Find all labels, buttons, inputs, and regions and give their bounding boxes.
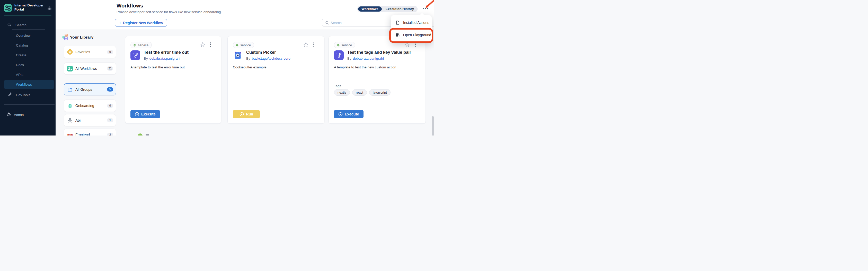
author-link[interactable]: debabrata.panigrahi xyxy=(150,57,180,60)
library-item-frontend[interactable]: npm Frontend 3 xyxy=(64,129,116,135)
wrench-icon xyxy=(8,92,12,97)
sidebar-item-workflows-label: Workflows xyxy=(16,80,32,89)
count-badge: 1 xyxy=(107,118,113,123)
library-item-api[interactable]: Api 1 xyxy=(64,114,116,126)
plus-icon: + xyxy=(119,21,121,25)
library-item-all-workflows[interactable]: All Workflows 21 xyxy=(64,63,116,74)
template-icon xyxy=(130,50,140,60)
menu-item-installed-actions[interactable]: Installed Actions xyxy=(391,17,432,28)
tags-row: nextjs react javascript xyxy=(334,89,391,96)
app-logo xyxy=(4,4,12,12)
library-item-label: Api xyxy=(75,118,81,123)
play-icon xyxy=(338,112,343,116)
gear-icon xyxy=(133,43,136,47)
library-icon xyxy=(396,33,400,37)
author-link[interactable]: backstage/techdocs-core xyxy=(252,57,290,60)
kind-chip: service xyxy=(233,42,254,48)
card-title: Test the error time out xyxy=(144,50,189,55)
file-icon xyxy=(396,21,400,25)
search-icon xyxy=(325,21,329,25)
kind-chip: service xyxy=(334,42,355,48)
sidebar-item-admin[interactable]: Admin xyxy=(14,112,24,117)
favorite-star-icon[interactable] xyxy=(404,42,410,47)
sidebar-item-search[interactable]: Search xyxy=(16,23,27,28)
by-label: By xyxy=(347,57,351,60)
sitemap-icon xyxy=(67,118,73,123)
workflow-card: service Test the tags and key value pair… xyxy=(329,36,426,124)
layers-icon xyxy=(67,103,73,108)
execute-button[interactable]: Execute xyxy=(334,110,364,118)
sidebar-item-docs[interactable]: Docs xyxy=(16,63,24,68)
kind-chip-label: service xyxy=(240,43,251,47)
divider xyxy=(12,29,45,30)
workflow-logo-icon xyxy=(4,4,12,12)
folder-icon xyxy=(67,87,73,92)
workflow-search-box xyxy=(322,19,394,27)
workflow-search-input[interactable] xyxy=(331,19,392,26)
workflow-card: service Custom Picker Bybackstage/techdo… xyxy=(227,36,324,124)
tag-pill[interactable]: react xyxy=(352,89,367,96)
gear-icon xyxy=(337,43,340,47)
card-menu-icon[interactable] xyxy=(209,41,212,48)
library-item-label: Favorites xyxy=(75,50,90,54)
favorite-star-icon[interactable] xyxy=(303,42,309,47)
card-description: A template to test the new custom action xyxy=(334,65,396,69)
page-subtitle: Provide developer self-service for flows… xyxy=(117,10,222,14)
card-description: Cookiecutter example xyxy=(233,65,267,69)
author-link[interactable]: debabrata.panigrahi xyxy=(353,57,384,60)
view-toggle: Workflows Execution History xyxy=(357,6,417,12)
library-item-label: Onboarding xyxy=(75,104,94,108)
app-sidebar: Internal Developer Portal Search Overvie… xyxy=(0,0,56,135)
sidebar-item-workflows[interactable]: Workflows xyxy=(4,80,54,89)
library-item-onboarding[interactable]: Onboarding 0 xyxy=(64,100,116,112)
execute-button[interactable]: Execute xyxy=(130,110,160,118)
divider xyxy=(120,30,120,135)
count-badge: 0 xyxy=(107,50,113,54)
card-description: A template to test the error time out xyxy=(130,65,185,69)
tag-pill[interactable]: nextjs xyxy=(334,89,350,96)
count-badge: 5 xyxy=(107,87,113,92)
by-label: By xyxy=(246,57,250,60)
gear-icon xyxy=(7,112,11,116)
star-circle-icon xyxy=(67,49,73,55)
sidebar-item-apis[interactable]: APIs xyxy=(16,72,23,77)
kind-chip: service xyxy=(130,42,152,48)
kind-chip-label: service xyxy=(138,43,149,47)
count-badge: 3 xyxy=(107,133,113,136)
play-icon xyxy=(240,112,244,116)
sidebar-item-catalog[interactable]: Catalog xyxy=(16,43,28,48)
card-title: Custom Picker xyxy=(246,50,276,55)
workflow-card: service Test the error time out Bydebabr… xyxy=(125,36,221,124)
card-title: Test the tags and key value pair xyxy=(347,50,411,55)
library-item-label: All Workflows xyxy=(75,67,97,71)
by-label: By xyxy=(144,57,148,60)
search-icon xyxy=(7,22,11,27)
favorite-star-icon[interactable] xyxy=(200,42,206,47)
workflows-logo-icon xyxy=(67,66,73,71)
run-button[interactable]: Run xyxy=(233,110,260,118)
tag-pill[interactable]: javascript xyxy=(369,89,391,96)
kind-chip-label: service xyxy=(341,43,352,47)
sidebar-accent-rule xyxy=(4,15,52,15)
play-icon xyxy=(135,112,139,116)
sidebar-item-create[interactable]: Create xyxy=(16,53,27,58)
register-new-workflow-button[interactable]: + Register New Workflow xyxy=(115,19,167,27)
divider xyxy=(4,104,55,105)
divider xyxy=(64,79,116,79)
sidebar-item-devtools[interactable]: DevTools xyxy=(16,93,30,98)
grid-apps-icon[interactable] xyxy=(47,6,52,10)
next-section-title-clipped xyxy=(146,134,157,135)
menu-item-open-playground[interactable]: Open Playground xyxy=(391,30,432,40)
library-item-favorites[interactable]: Favorites 0 xyxy=(64,46,116,58)
sidebar-item-overview[interactable]: Overview xyxy=(16,33,30,38)
library-item-label: All Groups xyxy=(75,88,92,92)
library-item-all-groups[interactable]: All Groups 5 xyxy=(64,83,116,95)
monster-icon xyxy=(233,50,243,60)
npm-icon: npm xyxy=(67,133,73,135)
tab-execution-history[interactable]: Execution History xyxy=(382,6,417,12)
gear-icon xyxy=(236,43,239,47)
overflow-dropdown-menu: Installed Actions Open Playground xyxy=(391,15,432,42)
card-menu-icon[interactable] xyxy=(312,41,315,48)
scrollbar-thumb[interactable] xyxy=(432,116,434,135)
tab-workflows[interactable]: Workflows xyxy=(358,6,382,11)
